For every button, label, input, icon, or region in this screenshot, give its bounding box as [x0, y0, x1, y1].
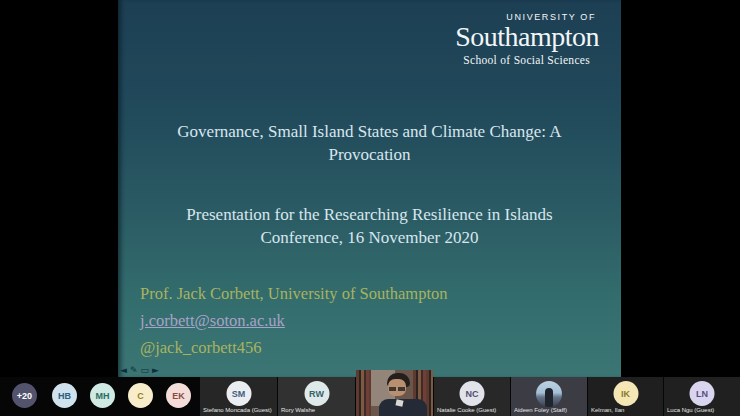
participant-avatar: IK	[613, 381, 638, 406]
participant-photo-avatar	[536, 381, 562, 407]
speaker-collar	[395, 399, 403, 406]
participant-name: Kelman, Ilan	[591, 407, 661, 414]
participant-video-tile[interactable]	[356, 370, 433, 416]
participant-tile[interactable]: SM Stefano Moncada (Guest)	[200, 377, 277, 416]
participant-avatar: SM	[226, 381, 251, 406]
author-block: Prof. Jack Corbett, University of Southa…	[140, 280, 448, 361]
avatar-c[interactable]: C	[128, 383, 153, 408]
author-twitter: @jack_corbett456	[140, 334, 448, 361]
bookshelf-left	[356, 370, 371, 416]
participant-avatar: NC	[460, 381, 485, 406]
avatar-mh[interactable]: MH	[90, 383, 115, 408]
overflow-participants-badge[interactable]: +20	[12, 383, 37, 408]
avatar-hb[interactable]: HB	[52, 383, 77, 408]
slide-subtitle: Presentation for the Researching Resilie…	[118, 203, 621, 249]
participant-name: Stefano Moncada (Guest)	[203, 407, 275, 414]
participant-avatar: LN	[690, 381, 715, 406]
logo-school: School of Social Sciences	[429, 55, 599, 67]
participant-name: Natalie Cooke (Guest)	[437, 407, 508, 414]
participant-avatar: RW	[304, 381, 329, 406]
meeting-window: UNIVERSITY OF Southampton School of Soci…	[0, 0, 740, 416]
next-slide-icon[interactable]: ►	[152, 365, 159, 375]
participant-tile[interactable]: NC Natalie Cooke (Guest)	[434, 377, 510, 416]
shared-slide: UNIVERSITY OF Southampton School of Soci…	[118, 0, 621, 377]
author-email-link[interactable]: j.corbett@soton.ac.uk	[140, 307, 448, 334]
participant-tile[interactable]: IK Kelman, Ilan	[588, 377, 663, 416]
participant-name: Rory Walshe	[281, 407, 353, 414]
speaker-glasses	[389, 387, 405, 391]
silhouette-figure	[545, 388, 553, 407]
slideshow-controls: ◄ ✎ ▭ ►	[120, 365, 159, 375]
participant-tile[interactable]: LN Luca Ngu (Guest)	[664, 377, 740, 416]
university-logo: UNIVERSITY OF Southampton School of Soci…	[429, 13, 599, 67]
pen-tool-icon[interactable]: ✎	[130, 365, 138, 375]
slide-title: Governance, Small Island States and Clim…	[118, 120, 621, 166]
logo-southampton: Southampton	[429, 23, 599, 51]
avatar-ek[interactable]: EK	[166, 383, 191, 408]
previous-slide-icon[interactable]: ◄	[120, 365, 127, 375]
slide-overview-icon[interactable]: ▭	[140, 365, 149, 375]
participant-tile[interactable]: RW Rory Walshe	[278, 377, 355, 416]
participant-tile[interactable]: Aideen Foley (Staff)	[511, 377, 587, 416]
participant-name: Aideen Foley (Staff)	[514, 407, 585, 414]
participant-name: Luca Ngu (Guest)	[667, 407, 738, 414]
author-name: Prof. Jack Corbett, University of Southa…	[140, 280, 448, 307]
